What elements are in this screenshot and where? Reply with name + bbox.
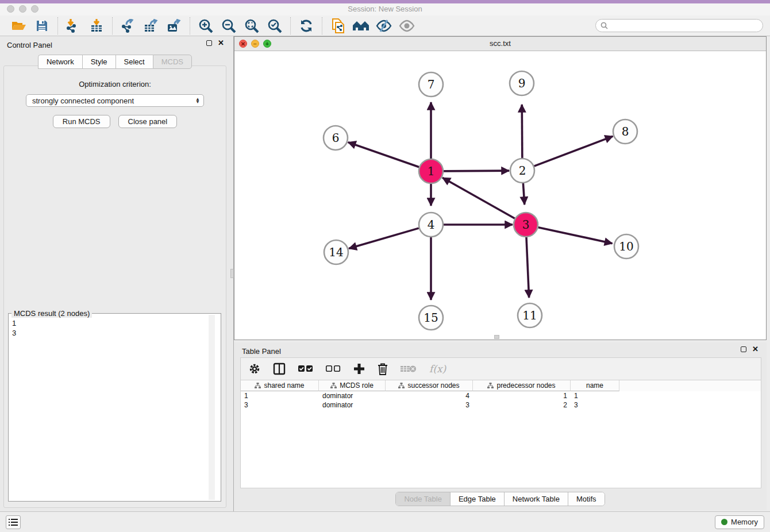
save-session-icon[interactable] [33, 18, 51, 34]
export-image-icon[interactable] [165, 18, 183, 34]
zoom-fit-icon[interactable] [243, 18, 260, 34]
close-panel-icon[interactable]: ✕ [218, 40, 224, 46]
graph-edge-2-3[interactable] [523, 183, 524, 205]
hide-selected-icon[interactable] [375, 18, 392, 34]
result-scrollbar[interactable] [209, 315, 215, 500]
tab-node-table[interactable]: Node Table [396, 492, 451, 506]
main-toolbar [0, 16, 770, 36]
tab-motifs[interactable]: Motifs [568, 492, 605, 506]
tab-network[interactable]: Network [38, 55, 82, 69]
tab-network-table[interactable]: Network Table [505, 492, 568, 506]
network-window-title: scc.txt [234, 37, 766, 51]
control-panel: Control Panel ✕ Network Style Select MCD… [0, 36, 230, 511]
cell-shared-name[interactable]: 3 [241, 400, 319, 410]
first-neighbors-icon[interactable] [352, 18, 369, 34]
network-canvas[interactable]: 7968124314101511 [234, 52, 766, 340]
table-panel: Table Panel ✕ [234, 342, 767, 510]
task-history-button[interactable] [6, 515, 21, 529]
graph-edge-3-1[interactable] [442, 178, 515, 218]
toolbar-separator [190, 17, 190, 34]
graph-edge-2-9[interactable] [522, 105, 522, 158]
cell-predecessor-nodes[interactable]: 2 [473, 400, 571, 410]
add-column-icon[interactable] [353, 363, 365, 375]
column-header-predecessor-nodes[interactable]: predecessor nodes [473, 380, 571, 391]
table-panel-title: Table Panel [242, 347, 281, 356]
column-header-successor-nodes[interactable]: successor nodes [386, 380, 473, 391]
select-all-columns-icon[interactable] [298, 365, 313, 372]
graph-node-label-2: 2 [519, 164, 526, 178]
export-network-icon[interactable] [120, 18, 137, 34]
mcds-result-text[interactable]: 1 3 [12, 318, 214, 500]
zoom-selected-icon[interactable] [266, 18, 283, 34]
cell-mcds-role[interactable]: dominator [319, 391, 386, 400]
criterion-select[interactable]: strongly connected component ▲▼ [26, 94, 204, 107]
float-panel-icon[interactable] [206, 40, 212, 46]
table-row[interactable]: 3 dominator 3 2 3 [241, 400, 761, 410]
list-icon [9, 518, 18, 526]
canvas-scrollbar-thumb[interactable] [494, 335, 499, 339]
close-panel-button[interactable]: Close panel [118, 115, 178, 128]
export-table-icon[interactable] [143, 18, 160, 34]
attribute-icon [255, 383, 261, 388]
mcds-result-title: MCDS result (2 nodes) [11, 309, 92, 318]
graph-node-label-1: 1 [428, 164, 435, 178]
toolbar-separator [57, 17, 58, 34]
column-header-name[interactable]: name [571, 380, 619, 391]
graph-node-label-14: 14 [329, 245, 343, 259]
table-row[interactable]: 1 dominator 4 1 1 [241, 391, 761, 400]
graph-edge-2-8[interactable] [534, 136, 613, 166]
graph-edge-1-6[interactable] [348, 142, 419, 167]
search-box[interactable] [595, 19, 763, 32]
graph-edge-4-14[interactable] [349, 228, 419, 248]
zoom-out-icon[interactable] [220, 18, 237, 34]
split-view-icon[interactable] [273, 363, 286, 375]
cell-successor-nodes[interactable]: 3 [386, 400, 473, 410]
table-toolbar: f(x) [240, 357, 761, 380]
network-minimize-icon[interactable]: − [251, 40, 259, 48]
zoom-in-icon[interactable] [197, 18, 214, 34]
cell-name[interactable]: 1 [571, 391, 619, 400]
tab-edge-table[interactable]: Edge Table [451, 492, 505, 506]
titlebar: Session: New Session [0, 3, 770, 16]
column-header-mcds-role[interactable]: MCDS role [319, 380, 386, 391]
import-table-icon[interactable] [88, 18, 105, 34]
panel-splitter[interactable] [230, 36, 234, 511]
cell-successor-nodes[interactable]: 4 [386, 391, 473, 400]
cell-mcds-role[interactable]: dominator [319, 400, 386, 410]
search-icon [600, 22, 608, 29]
graph-edge-3-10[interactable] [538, 228, 612, 244]
network-graph: 7968124314101511 [234, 52, 766, 341]
graph-edge-3-11[interactable] [526, 237, 529, 298]
tab-mcds[interactable]: MCDS [153, 55, 192, 69]
attribute-icon [330, 383, 337, 388]
unselect-all-columns-icon[interactable] [326, 365, 341, 372]
status-bar: Memory [0, 511, 770, 532]
graph-node-label-7: 7 [428, 78, 435, 91]
network-close-icon[interactable]: ✕ [239, 40, 247, 48]
tab-style[interactable]: Style [82, 55, 116, 69]
memory-button[interactable]: Memory [715, 515, 764, 529]
cell-name[interactable]: 3 [571, 400, 619, 410]
column-header-shared-name[interactable]: shared name [241, 380, 319, 391]
import-network-icon[interactable] [65, 18, 82, 34]
tab-select[interactable]: Select [116, 55, 153, 69]
run-mcds-button[interactable]: Run MCDS [53, 115, 110, 128]
clone-network-icon[interactable] [329, 18, 346, 34]
open-file-icon[interactable] [10, 18, 28, 34]
network-window-titlebar[interactable]: ✕ − + scc.txt [234, 37, 766, 51]
column-settings-icon[interactable] [249, 363, 260, 375]
node-table[interactable]: shared name MCDS role successor nodes pr… [240, 380, 761, 488]
network-maximize-icon[interactable]: + [263, 40, 271, 48]
close-table-panel-icon[interactable]: ✕ [752, 346, 759, 352]
cell-predecessor-nodes[interactable]: 1 [473, 391, 571, 400]
delete-column-icon[interactable] [378, 363, 388, 375]
float-table-panel-icon[interactable] [741, 346, 746, 352]
graph-edge-1-2[interactable] [444, 171, 509, 171]
graph-node-label-15: 15 [424, 311, 438, 325]
cell-shared-name[interactable]: 1 [241, 391, 319, 400]
toolbar-separator [322, 17, 322, 34]
select-stepper-icon: ▲▼ [195, 98, 200, 103]
show-all-icon[interactable] [398, 18, 415, 34]
search-input[interactable] [608, 22, 758, 30]
refresh-layout-icon[interactable] [298, 18, 315, 34]
